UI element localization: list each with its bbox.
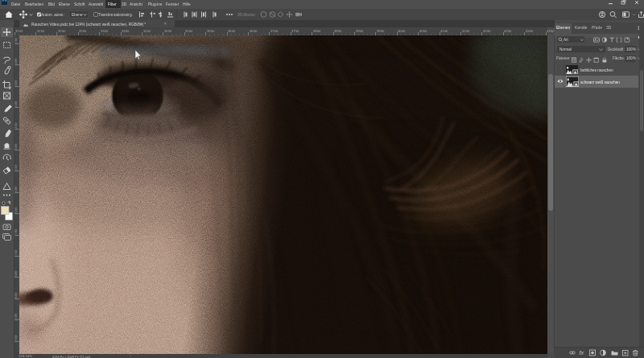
svg-text:fx: fx — [580, 350, 584, 356]
